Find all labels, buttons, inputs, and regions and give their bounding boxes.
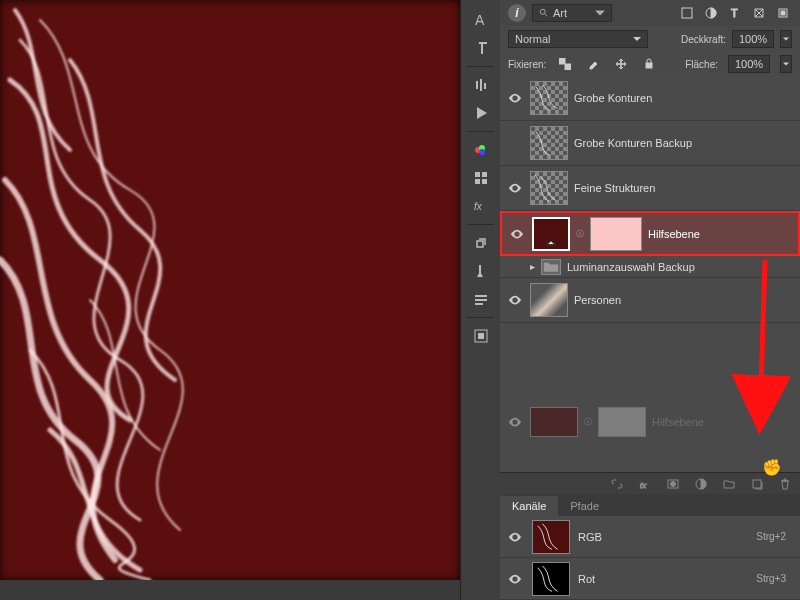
channel-name-label: Rot (578, 573, 595, 585)
svg-point-7 (540, 9, 545, 14)
layers-list[interactable]: Grobe Konturen Grobe Konturen Backup Fei… (500, 76, 800, 472)
visibility-toggle (506, 415, 524, 429)
visibility-toggle[interactable] (506, 136, 524, 150)
lock-all-icon[interactable] (640, 55, 658, 73)
layer-search[interactable]: Art (532, 4, 612, 22)
channel-thumbnail[interactable] (532, 562, 570, 596)
channel-shortcut: Strg+3 (756, 573, 794, 584)
svg-point-3 (479, 149, 485, 155)
layer-row[interactable]: Grobe Konturen (500, 76, 800, 121)
lock-transparency-icon[interactable] (556, 55, 574, 73)
visibility-toggle[interactable] (506, 260, 524, 274)
layer-name-label[interactable]: Personen (574, 294, 621, 306)
svg-rect-13 (559, 58, 565, 64)
layer-row[interactable]: Grobe Konturen Backup (500, 121, 800, 166)
layer-thumbnail[interactable] (530, 283, 568, 317)
lock-position-icon[interactable] (612, 55, 630, 73)
layer-name-label[interactable]: Feine Strukturen (574, 182, 655, 194)
layer-name-label[interactable]: Grobe Konturen Backup (574, 137, 692, 149)
drag-ghost-layer: ⦾ Hilfsebene (500, 403, 800, 441)
mask-thumbnail[interactable] (590, 217, 642, 251)
layer-thumbnail[interactable] (530, 81, 568, 115)
visibility-toggle[interactable] (506, 293, 524, 307)
fx-icon[interactable]: fx (636, 475, 654, 493)
blend-mode-dropdown[interactable]: Normal (508, 30, 648, 48)
blend-mode-value: Normal (515, 33, 550, 45)
layer-thumbnail[interactable] (530, 171, 568, 205)
fill-label: Fläche: (685, 59, 718, 70)
mask-thumbnail (598, 407, 646, 437)
layer-row[interactable]: Personen (500, 278, 800, 323)
link-layers-icon[interactable] (608, 475, 626, 493)
opacity-input[interactable]: 100% (732, 30, 774, 48)
clone-icon[interactable] (461, 229, 500, 257)
svg-rect-8 (682, 8, 692, 18)
opacity-slider-arrow[interactable] (780, 30, 792, 48)
layer-name-label: Hilfsebene (652, 416, 704, 428)
svg-rect-21 (753, 480, 761, 488)
visibility-toggle[interactable] (506, 530, 524, 544)
info-icon[interactable]: i (508, 4, 526, 22)
fill-slider-arrow[interactable] (780, 55, 792, 73)
new-layer-icon[interactable] (748, 475, 766, 493)
layer-name-label[interactable]: Luminanzauswahl Backup (567, 261, 695, 273)
lock-label: Fixieren: (508, 59, 546, 70)
swatches-icon[interactable] (461, 136, 500, 164)
right-panels: i Art T Normal Deckkraft: 100% Fixieren:… (500, 0, 800, 600)
channel-thumbnail[interactable] (532, 520, 570, 554)
svg-rect-15 (646, 63, 652, 68)
search-icon (539, 8, 549, 18)
svg-text:fx: fx (474, 201, 483, 212)
visibility-toggle[interactable] (506, 181, 524, 195)
channel-row[interactable]: Rot Strg+3 (500, 558, 800, 600)
visibility-toggle[interactable] (506, 572, 524, 586)
layers-panel-footer: fx (500, 472, 800, 494)
svg-text:T: T (731, 7, 738, 19)
layer-thumbnail[interactable] (530, 126, 568, 160)
channel-name-label: RGB (578, 531, 602, 543)
channel-row[interactable]: RGB Strg+2 (500, 516, 800, 558)
layer-group-row[interactable]: ▸ Luminanzauswahl Backup (500, 256, 800, 278)
fill-input[interactable]: 100% (728, 55, 770, 73)
svg-point-19 (671, 481, 676, 486)
grid-icon[interactable] (461, 164, 500, 192)
trash-icon[interactable] (776, 475, 794, 493)
tab-channels[interactable]: Kanäle (500, 496, 558, 516)
lock-paint-icon[interactable] (584, 55, 602, 73)
channels-list[interactable]: RGB Strg+2 Rot Strg+3 (500, 516, 800, 600)
layer-thumbnail[interactable] (532, 217, 570, 251)
svg-text:A: A (475, 12, 485, 28)
presets-icon[interactable] (461, 285, 500, 313)
link-icon[interactable]: ⦾ (576, 228, 584, 240)
grab-cursor-icon: ✊ (762, 458, 782, 477)
filter-shape-icon[interactable] (750, 4, 768, 22)
filter-adjust-icon[interactable] (702, 4, 720, 22)
layer-name-label[interactable]: Grobe Konturen (574, 92, 652, 104)
opacity-label: Deckkraft: (681, 34, 726, 45)
paragraph-tool-icon[interactable] (461, 34, 500, 62)
vertical-toolbar: A fx (460, 0, 500, 600)
layer-row[interactable]: Feine Strukturen (500, 166, 800, 211)
layer-row-selected[interactable]: ⦾ Hilfsebene (500, 211, 800, 256)
brushes-icon[interactable] (461, 257, 500, 285)
visibility-toggle[interactable] (508, 227, 526, 241)
canvas[interactable] (0, 0, 460, 580)
play-icon[interactable] (461, 99, 500, 127)
disclosure-triangle[interactable]: ▸ (530, 261, 535, 272)
layer-thumbnail (530, 407, 578, 437)
layer-name-label[interactable]: Hilfsebene (648, 228, 700, 240)
svg-text:fx: fx (640, 481, 647, 490)
adjustment-icon[interactable] (692, 475, 710, 493)
folder-thumbnail (541, 259, 561, 275)
filter-pixels-icon[interactable] (678, 4, 696, 22)
visibility-toggle[interactable] (506, 91, 524, 105)
properties-icon[interactable] (461, 322, 500, 350)
new-group-icon[interactable] (720, 475, 738, 493)
text-tool-icon[interactable]: A (461, 6, 500, 34)
filter-smart-icon[interactable] (774, 4, 792, 22)
mask-icon[interactable] (664, 475, 682, 493)
filter-type-icon[interactable]: T (726, 4, 744, 22)
adjust-icon[interactable] (461, 71, 500, 99)
fx-icon[interactable]: fx (461, 192, 500, 220)
tab-paths[interactable]: Pfade (558, 496, 611, 516)
